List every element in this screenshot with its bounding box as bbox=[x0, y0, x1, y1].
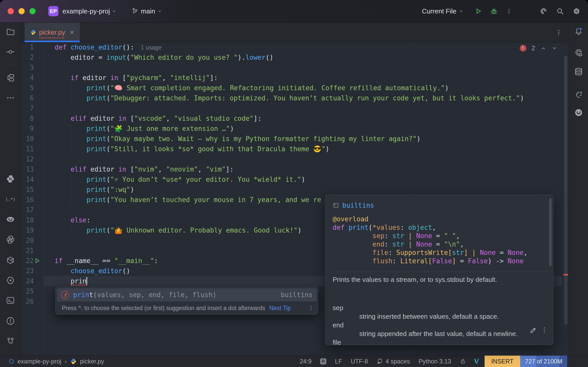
error-stripe-mark[interactable] bbox=[563, 274, 568, 276]
unlocked-padlock-icon[interactable] bbox=[460, 358, 466, 365]
close-window-button[interactable] bbox=[8, 8, 14, 14]
python-packages-icon[interactable] bbox=[6, 256, 15, 265]
line-number[interactable]: 13 bbox=[21, 164, 34, 174]
minimize-window-button[interactable] bbox=[19, 8, 25, 14]
hint-kebab-icon[interactable] bbox=[308, 305, 314, 311]
database-icon[interactable] bbox=[574, 67, 583, 76]
code-line-15[interactable]: 15 print(":wq") bbox=[21, 185, 569, 195]
indent-widget[interactable]: 4 spaces bbox=[377, 358, 410, 365]
zoom-window-button[interactable] bbox=[29, 8, 36, 14]
ai-assistant-icon[interactable] bbox=[574, 48, 583, 57]
project-badge[interactable]: EP bbox=[48, 6, 58, 16]
version-control-icon[interactable] bbox=[6, 337, 15, 346]
line-number[interactable]: 10 bbox=[21, 134, 34, 144]
tab-close-icon[interactable]: × bbox=[70, 28, 74, 36]
next-tip-link[interactable]: Next Tip bbox=[269, 305, 291, 312]
editor-scrollbar[interactable] bbox=[564, 55, 567, 325]
line-number[interactable]: 26 bbox=[21, 296, 34, 307]
problems-icon[interactable] bbox=[6, 316, 15, 326]
tab-picker-py[interactable]: picker.py × bbox=[25, 22, 80, 42]
line-number[interactable]: 2 bbox=[21, 52, 34, 63]
doc-module-name[interactable]: builtins bbox=[342, 202, 374, 209]
vim-mode-badge[interactable]: INSERT bbox=[485, 356, 520, 367]
inspections-widget[interactable]: ! 2 bbox=[520, 44, 558, 52]
line-number[interactable]: 19 bbox=[21, 225, 34, 235]
code-line-1[interactable]: 1def choose_editor():1 usage bbox=[21, 42, 569, 52]
line-number[interactable]: 3 bbox=[21, 63, 34, 73]
commit-icon[interactable] bbox=[6, 47, 15, 56]
tab-options-kebab-icon[interactable] bbox=[555, 28, 563, 36]
edit-pencil-icon[interactable] bbox=[529, 326, 537, 334]
code-line-6[interactable]: 6 print("Debugger: attached. Imports: op… bbox=[21, 93, 569, 103]
terminal-icon[interactable] bbox=[6, 296, 15, 305]
project-window-icon[interactable] bbox=[9, 359, 14, 364]
line-number[interactable]: 7 bbox=[21, 103, 34, 113]
code-line-5[interactable]: 5 print("🧠 Smart completion engaged. Ref… bbox=[21, 83, 569, 93]
code-line-12[interactable]: 12 bbox=[21, 154, 569, 164]
line-number[interactable]: 21 bbox=[21, 246, 34, 256]
code-line-2[interactable]: 2 editor = input("Which editor do you us… bbox=[21, 52, 569, 63]
more-tool-windows-icon[interactable] bbox=[6, 93, 15, 102]
notifications-icon[interactable] bbox=[574, 27, 583, 36]
line-number[interactable]: 24 bbox=[21, 276, 34, 286]
line-number[interactable]: 12 bbox=[21, 154, 34, 164]
file-encoding[interactable]: UTF-8 bbox=[351, 358, 368, 365]
ideavim-badge[interactable]: V bbox=[474, 357, 479, 365]
next-error-chevron-down-icon[interactable] bbox=[551, 45, 558, 51]
breadcrumb-file[interactable]: picker.py bbox=[80, 358, 104, 365]
completion-item-print[interactable]: f print(values, sep, end, file, flush) b… bbox=[57, 288, 317, 301]
code-line-10[interactable]: 10 print("Okay maybe two. Wait — why is … bbox=[21, 134, 569, 144]
line-number[interactable]: 17 bbox=[21, 205, 34, 215]
line-number[interactable]: 22 bbox=[21, 256, 34, 266]
line-number[interactable]: 6 bbox=[21, 93, 34, 103]
tab-title[interactable]: picker.py bbox=[39, 28, 65, 36]
code-line-9[interactable]: 9 print("🧩 Just one more extension …") bbox=[21, 124, 569, 134]
line-number[interactable]: 11 bbox=[21, 144, 34, 154]
python-console-icon[interactable] bbox=[6, 174, 15, 184]
memory-indicator[interactable]: 727 of 2100M bbox=[520, 356, 567, 367]
caret-position[interactable]: 24:9 bbox=[300, 358, 312, 365]
structure-icon[interactable] bbox=[6, 73, 15, 82]
run-button[interactable] bbox=[474, 7, 482, 15]
line-number[interactable]: 15 bbox=[21, 185, 34, 195]
regex-tool-icon[interactable]: (.*) bbox=[6, 195, 15, 204]
services-icon[interactable] bbox=[6, 276, 15, 285]
code-line-14[interactable]: 14 print("⚡ You don’t *use* your editor.… bbox=[21, 174, 569, 185]
line-separator[interactable]: LF bbox=[335, 358, 342, 365]
line-number[interactable]: 14 bbox=[21, 174, 34, 185]
readonly-badge[interactable]: R bbox=[320, 358, 326, 364]
chevron-down-icon[interactable] bbox=[458, 8, 464, 14]
doc-scrollbar[interactable] bbox=[549, 198, 552, 266]
code-line-4[interactable]: 4 if editor in ["pycharm", "intellij"]: bbox=[21, 73, 569, 83]
settings-gear-icon[interactable] bbox=[572, 7, 581, 16]
line-number[interactable]: 4 bbox=[21, 73, 34, 83]
plugins-icon[interactable] bbox=[574, 90, 583, 99]
search-icon[interactable] bbox=[556, 7, 564, 15]
project-name[interactable]: example-py-proj bbox=[63, 7, 110, 15]
line-number[interactable]: 25 bbox=[21, 286, 34, 296]
line-number[interactable]: 9 bbox=[21, 124, 34, 134]
line-number[interactable]: 23 bbox=[21, 266, 34, 276]
code-line-13[interactable]: 13 elif editor in ["nvim", "neovim", "vi… bbox=[21, 164, 569, 174]
line-number[interactable]: 20 bbox=[21, 235, 34, 246]
ai-assistant-icon[interactable] bbox=[539, 7, 548, 16]
project-icon[interactable] bbox=[6, 27, 15, 36]
code-line-11[interactable]: 11 print("Still, it looks *so* good with… bbox=[21, 144, 569, 154]
python-interpreter[interactable]: Python 3.13 bbox=[419, 358, 451, 365]
run-configuration[interactable]: Current File bbox=[422, 7, 456, 15]
code-line-3[interactable]: 3 bbox=[21, 63, 569, 73]
python-interpreter-icon[interactable] bbox=[6, 235, 15, 244]
more-actions-kebab-icon[interactable] bbox=[506, 8, 512, 14]
doc-kebab-icon[interactable] bbox=[540, 326, 548, 334]
line-number[interactable]: 5 bbox=[21, 83, 34, 93]
chevron-down-icon[interactable] bbox=[157, 8, 162, 14]
uv-icon[interactable] bbox=[6, 215, 15, 224]
code-line-7[interactable]: 7 bbox=[21, 103, 569, 113]
breadcrumb-project[interactable]: example-py-proj bbox=[18, 358, 61, 365]
uv-status-icon[interactable] bbox=[574, 108, 583, 117]
branch-name[interactable]: main bbox=[141, 7, 155, 15]
git-branch-icon[interactable] bbox=[131, 7, 139, 15]
doc-module-header[interactable]: builtins bbox=[333, 202, 374, 209]
line-number[interactable]: 1 bbox=[21, 42, 34, 52]
line-number[interactable]: 16 bbox=[21, 195, 34, 205]
